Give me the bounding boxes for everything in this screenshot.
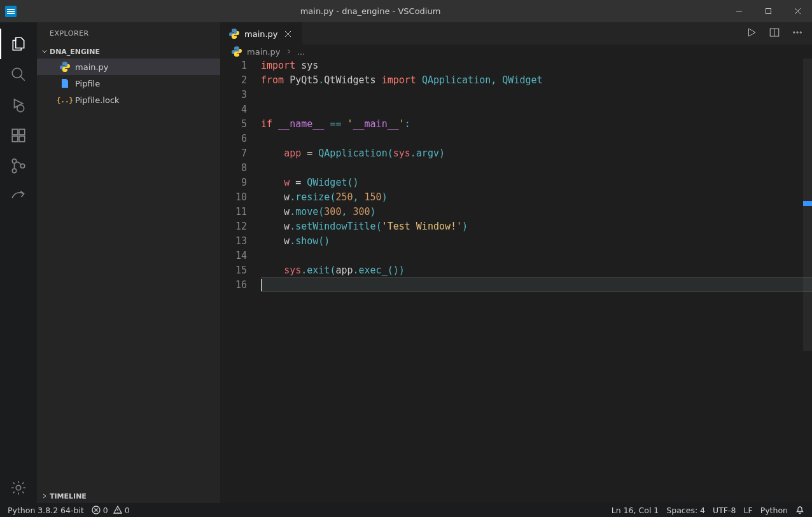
extensions-icon xyxy=(10,127,27,144)
minimize-button[interactable] xyxy=(724,0,753,22)
file-icon xyxy=(60,78,70,88)
code-content[interactable]: import sysfrom PyQt5.QtWidgets import QA… xyxy=(261,59,812,503)
svg-point-7 xyxy=(17,105,24,112)
svg-point-13 xyxy=(12,169,17,173)
activity-bar xyxy=(0,22,37,503)
maximize-button[interactable] xyxy=(753,0,783,22)
minimap[interactable] xyxy=(803,59,812,503)
warning-icon xyxy=(113,506,122,514)
svg-point-22 xyxy=(797,32,798,33)
minimap-mark xyxy=(803,201,812,206)
svg-rect-11 xyxy=(19,136,25,142)
debug-icon xyxy=(10,97,27,113)
titlebar: main.py - dna_engine - VSCodium xyxy=(0,0,812,22)
activity-explorer[interactable] xyxy=(0,29,37,59)
window-title: main.py - dna_engine - VSCodium xyxy=(17,6,724,16)
svg-point-12 xyxy=(12,159,17,163)
svg-line-5 xyxy=(20,76,25,81)
sidebar-title: EXPLORER xyxy=(37,22,220,45)
sidebar-file-label: Pipfile xyxy=(75,79,100,88)
activity-search[interactable] xyxy=(0,59,37,90)
sidebar-file-label: Pipfile.lock xyxy=(75,95,120,105)
editor-area: main.py main.py … 1234 xyxy=(220,22,812,503)
tab-close-button[interactable] xyxy=(283,29,293,39)
sidebar-folder-header[interactable]: DNA_ENGINE xyxy=(37,45,220,59)
app-icon xyxy=(5,6,17,17)
status-python-interpreter[interactable]: Python 3.8.2 64-bit xyxy=(8,506,84,515)
error-icon xyxy=(92,506,101,514)
status-spaces[interactable]: Spaces: 4 xyxy=(666,506,705,515)
activity-run-debug[interactable] xyxy=(0,90,37,120)
svg-rect-1 xyxy=(766,9,771,14)
files-icon xyxy=(10,36,27,52)
tab-main[interactable]: main.py xyxy=(220,22,303,45)
status-language[interactable]: Python xyxy=(760,506,788,515)
status-ln-col[interactable]: Ln 16, Col 1 xyxy=(612,506,659,515)
svg-marker-6 xyxy=(15,99,23,107)
svg-point-21 xyxy=(794,32,795,33)
sidebar-file-main[interactable]: main.py xyxy=(37,59,220,75)
svg-rect-8 xyxy=(12,129,18,135)
status-warning-count: 0 xyxy=(125,506,130,515)
status-problems[interactable]: 0 0 xyxy=(92,506,130,515)
svg-point-23 xyxy=(800,32,801,33)
activity-share[interactable] xyxy=(0,181,37,212)
share-icon xyxy=(10,188,27,205)
json-icon: {..} xyxy=(60,95,70,105)
gear-icon xyxy=(10,479,27,496)
breadcrumb-rest: … xyxy=(297,47,305,57)
chevron-down-icon xyxy=(39,48,50,55)
breadcrumb-chevron-icon xyxy=(286,47,292,57)
more-actions-button[interactable] xyxy=(792,27,803,40)
python-icon xyxy=(60,62,70,72)
python-icon xyxy=(229,29,239,39)
status-eol[interactable]: LF xyxy=(744,506,753,515)
sidebar-timeline-header[interactable]: TIMELINE xyxy=(37,489,220,503)
python-icon xyxy=(232,46,242,57)
svg-marker-18 xyxy=(749,29,756,36)
status-encoding[interactable]: UTF-8 xyxy=(713,506,736,515)
status-notifications[interactable] xyxy=(795,506,804,514)
sidebar-file-pipfilelock[interactable]: {..} Pipfile.lock xyxy=(37,92,220,108)
search-icon xyxy=(10,66,27,83)
sidebar-timeline-label: TIMELINE xyxy=(50,492,87,500)
activity-source-control[interactable] xyxy=(0,151,37,181)
svg-point-4 xyxy=(12,68,22,78)
status-error-count: 0 xyxy=(103,506,108,515)
tabs-row: main.py xyxy=(220,22,812,45)
svg-rect-10 xyxy=(12,136,18,142)
svg-rect-9 xyxy=(19,129,25,135)
tab-label: main.py xyxy=(244,29,278,39)
breadcrumb-file: main.py xyxy=(247,47,281,57)
svg-point-15 xyxy=(16,485,21,490)
sidebar-file-label: main.py xyxy=(75,62,109,72)
statusbar: Python 3.8.2 64-bit 0 0 Ln 16, Col 1 Spa… xyxy=(0,503,812,517)
line-number-gutter: 12345678910111213141516 xyxy=(220,59,261,503)
code-editor[interactable]: 12345678910111213141516 import sysfrom P… xyxy=(220,59,812,503)
sidebar-folder-label: DNA_ENGINE xyxy=(50,48,100,56)
bell-icon xyxy=(795,506,804,514)
git-icon xyxy=(10,158,27,174)
breadcrumb[interactable]: main.py … xyxy=(220,45,812,59)
split-editor-button[interactable] xyxy=(769,27,780,40)
activity-settings[interactable] xyxy=(0,472,37,503)
chevron-right-icon xyxy=(39,492,50,500)
main-area: EXPLORER DNA_ENGINE main.py Pipfile {..}… xyxy=(0,22,812,503)
close-button[interactable] xyxy=(783,0,812,22)
run-button[interactable] xyxy=(746,27,757,40)
sidebar: EXPLORER DNA_ENGINE main.py Pipfile {..}… xyxy=(37,22,220,503)
activity-extensions[interactable] xyxy=(0,120,37,151)
sidebar-file-pipfile[interactable]: Pipfile xyxy=(37,75,220,92)
